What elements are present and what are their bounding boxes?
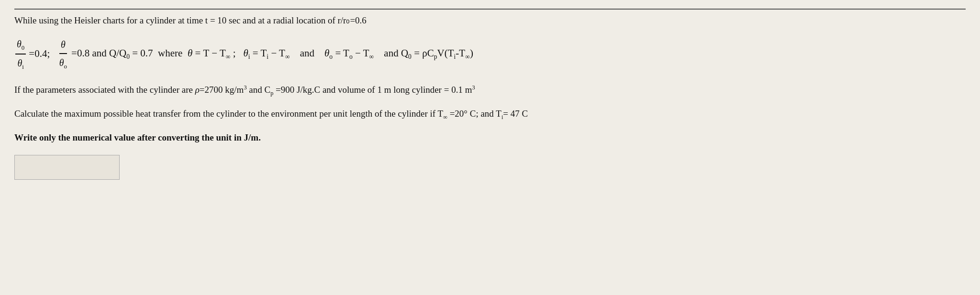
answer-input-box[interactable] (14, 155, 120, 180)
param-line: If the parameters associated with the cy… (14, 83, 966, 98)
write-line: Write only the numerical value after con… (14, 131, 966, 145)
fraction-theta-theta0: θ θo (57, 36, 69, 72)
calc-line: Calculate the maximum possible heat tran… (14, 107, 966, 122)
formula-row: θ0 θi =0.4; θ θo =0.8 and Q/Q0 = 0.7 whe… (14, 36, 966, 72)
page-container: While using the Heisler charts for a cyl… (0, 0, 980, 295)
header-text: While using the Heisler charts for a cyl… (14, 9, 966, 27)
fraction-theta0-thetai: θ0 θi (14, 36, 27, 72)
